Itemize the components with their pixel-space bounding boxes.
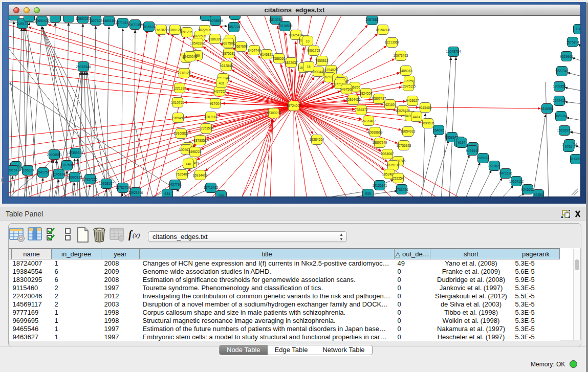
svg-text:1244415: 1244415	[553, 99, 566, 102]
svg-text:15720407: 15720407	[361, 119, 376, 123]
svg-text:14136141: 14136141	[373, 184, 387, 187]
svg-text:2935114: 2935114	[477, 156, 490, 160]
svg-text:16648784: 16648784	[446, 50, 461, 53]
svg-text:16033809: 16033809	[208, 19, 223, 23]
svg-text:2718120: 2718120	[178, 71, 191, 75]
svg-text:9474444: 9474444	[466, 149, 479, 152]
svg-text:7625402: 7625402	[176, 172, 189, 176]
svg-text:1733426: 1733426	[395, 188, 408, 191]
svg-text:116753: 116753	[570, 157, 580, 161]
svg-text:1615132: 1615132	[386, 163, 400, 167]
svg-text:9197: 9197	[458, 141, 466, 144]
svg-text:9463627: 9463627	[406, 99, 419, 102]
svg-text:205572: 205572	[17, 22, 28, 26]
svg-text:6466160: 6466160	[102, 19, 116, 23]
svg-text:12975115: 12975115	[401, 84, 416, 88]
svg-text:15716485: 15716485	[204, 186, 219, 189]
svg-text:19654923: 19654923	[401, 129, 416, 133]
svg-text:10543382: 10543382	[190, 41, 205, 45]
svg-text:1145194: 1145194	[53, 172, 66, 176]
svg-text:15: 15	[307, 65, 311, 69]
svg-text:8454749: 8454749	[248, 49, 261, 52]
svg-text:9427552: 9427552	[213, 90, 226, 93]
svg-text:155: 155	[219, 194, 224, 196]
svg-text:164095: 164095	[433, 128, 444, 132]
svg-text:7857224: 7857224	[227, 25, 241, 29]
svg-text:9227342: 9227342	[555, 69, 569, 73]
svg-text:1112: 1112	[575, 27, 580, 31]
svg-text:17359924: 17359924	[69, 151, 83, 155]
svg-text:8822037: 8822037	[285, 61, 298, 64]
svg-text:8878352: 8878352	[193, 139, 207, 142]
svg-text:5498222: 5498222	[188, 150, 202, 154]
svg-text:9245652: 9245652	[521, 188, 534, 191]
svg-text:2087682: 2087682	[365, 18, 379, 21]
svg-text:7386372: 7386372	[355, 108, 368, 112]
svg-text:9457791: 9457791	[168, 183, 182, 186]
svg-text:6794028: 6794028	[324, 68, 338, 72]
svg-text:7955812: 7955812	[315, 59, 329, 62]
svg-text:917004: 917004	[210, 102, 221, 105]
svg-text:20364436: 20364436	[346, 98, 361, 101]
svg-text:2667608: 2667608	[234, 45, 248, 48]
svg-text:62160: 62160	[385, 103, 395, 106]
svg-text:10756928: 10756928	[397, 144, 411, 147]
svg-text:10671355: 10671355	[128, 23, 143, 27]
svg-text:19166827: 19166827	[174, 132, 189, 135]
svg-text:20691406: 20691406	[35, 19, 50, 23]
svg-text:9699695: 9699695	[421, 121, 434, 125]
svg-text:16154808: 16154808	[376, 28, 390, 32]
svg-text:9146821: 9146821	[260, 53, 273, 56]
svg-text:4267110: 4267110	[205, 115, 217, 119]
svg-text:1221338: 1221338	[173, 86, 186, 90]
svg-text:39154: 39154	[9, 168, 17, 172]
svg-text:1397586: 1397586	[60, 163, 74, 167]
svg-text:20206553: 20206553	[47, 153, 62, 157]
svg-text:9242845: 9242845	[220, 64, 233, 68]
svg-text:8186328: 8186328	[208, 37, 222, 41]
svg-text:18724007: 18724007	[287, 104, 301, 107]
svg-text:1010755: 1010755	[171, 101, 184, 104]
svg-text:12213967: 12213967	[385, 40, 400, 44]
svg-text:140: 140	[186, 162, 191, 166]
svg-text:8471626: 8471626	[499, 171, 512, 175]
svg-text:10688609: 10688609	[368, 130, 383, 134]
svg-text:7515526: 7515526	[142, 25, 156, 29]
svg-text:10: 10	[306, 39, 310, 43]
svg-text:10807487: 10807487	[372, 97, 386, 100]
svg-text:1209358: 1209358	[553, 84, 566, 88]
svg-text:10853287: 10853287	[76, 17, 91, 20]
svg-text:8813054: 8813054	[269, 18, 282, 21]
svg-text:12905135: 12905135	[68, 176, 82, 179]
svg-text:944: 944	[165, 192, 170, 195]
svg-text:(x): (x)	[133, 231, 140, 239]
svg-text:18300295: 18300295	[267, 111, 281, 115]
svg-text:9084067: 9084067	[381, 152, 394, 156]
svg-text:1575104: 1575104	[566, 40, 579, 44]
svg-text:29053346: 29053346	[76, 65, 91, 69]
svg-text:9329966: 9329966	[560, 55, 573, 58]
svg-text:8215955: 8215955	[540, 107, 554, 111]
svg-text:92456: 92456	[534, 193, 543, 196]
svg-text:891295: 891295	[181, 30, 192, 34]
svg-text:19218506: 19218506	[278, 24, 293, 28]
svg-text:7485063: 7485063	[399, 69, 412, 73]
svg-text:3824554: 3824554	[359, 92, 373, 95]
svg-text:22420046: 22420046	[183, 55, 198, 58]
svg-text:431: 431	[219, 81, 225, 85]
svg-text:16782759: 16782759	[116, 186, 130, 189]
svg-text:4414: 4414	[413, 115, 421, 119]
svg-text:15692971: 15692971	[557, 128, 572, 132]
svg-text:1527602: 1527602	[89, 19, 102, 23]
svg-text:7588520: 7588520	[272, 57, 286, 60]
svg-text:3875685: 3875685	[222, 52, 235, 55]
svg-text:8990443: 8990443	[312, 70, 325, 74]
svg-text:7663822: 7663822	[155, 28, 168, 32]
svg-text:1965493: 1965493	[171, 116, 185, 120]
svg-text:12353594: 12353594	[199, 126, 214, 130]
svg-text:8160124: 8160124	[168, 28, 182, 32]
svg-text:7632621: 7632621	[488, 164, 501, 168]
svg-text:6961758: 6961758	[307, 49, 320, 52]
svg-text:9327508: 9327508	[222, 41, 235, 45]
svg-text:933: 933	[365, 192, 371, 195]
